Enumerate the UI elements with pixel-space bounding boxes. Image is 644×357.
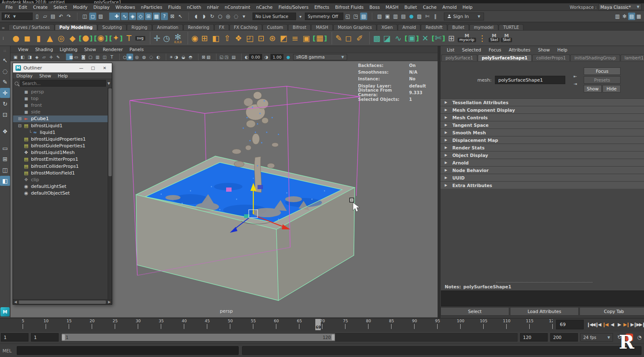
menubar-item[interactable]: Display <box>90 5 113 10</box>
statusline-icon[interactable]: ▨ <box>416 13 423 20</box>
outliner-item[interactable]: ❖ bifrostLiquid1Mesh <box>13 149 112 156</box>
statusline-icon[interactable]: ▧ <box>372 13 383 20</box>
chevron-down-icon[interactable]: ▾ <box>297 13 304 20</box>
symmetry-field[interactable]: Symmetry: Off <box>305 13 343 20</box>
toolbox-tool[interactable]: ⊡ <box>0 110 10 120</box>
ae-tab[interactable]: polySurfaceShape1 <box>478 54 532 61</box>
viewport-toolbar-icon[interactable]: T <box>108 54 115 60</box>
viewport-menu-item[interactable]: View <box>15 47 32 52</box>
shelf-tab[interactable]: Rendering <box>183 24 214 30</box>
viewport-toolbar-icon[interactable]: ▱ <box>41 54 47 60</box>
toolbox-tool[interactable]: ❖ <box>0 126 10 136</box>
menubar-item[interactable]: Help <box>460 5 476 10</box>
shelf-button[interactable]: ◼ <box>22 32 32 44</box>
shelf-button[interactable]: ● <box>11 32 21 44</box>
toolbox-tool[interactable]: ⊞ <box>0 154 10 164</box>
show-output-icon[interactable]: ⇥ <box>572 81 579 86</box>
hide-button[interactable]: Hide <box>603 85 621 92</box>
live-surface-field[interactable]: No Live Surface <box>252 13 296 20</box>
shelf-tab[interactable]: Animation <box>152 24 183 30</box>
outliner-hscrollbar[interactable]: ◀ ▶ <box>13 299 112 304</box>
notes-divider[interactable] <box>496 282 592 283</box>
statusline-icon[interactable]: ◗ <box>201 13 208 20</box>
shelf-tab[interactable]: Poly Modeling <box>55 24 98 30</box>
statusline-icon[interactable]: ◈ <box>129 13 136 20</box>
shelf-button[interactable]: ❖ <box>234 32 244 44</box>
scrollbar-thumb[interactable] <box>108 88 112 176</box>
ae-menu-item[interactable]: Show <box>534 47 554 52</box>
outliner-item[interactable]: ◉ defaultObjectSet <box>13 190 112 197</box>
outliner-item[interactable]: ▤ bifrostGuideProperties1 <box>13 143 112 149</box>
shelf-button[interactable]: ⋮ <box>477 32 487 44</box>
shelf-tab[interactable]: FX <box>214 24 229 30</box>
outliner-menu-item[interactable]: Display <box>13 73 36 78</box>
ae-section-header[interactable]: ▶ Tangent Space <box>440 121 644 128</box>
timeline-playhead[interactable]: 69 <box>315 319 321 330</box>
ae-section-header[interactable]: ▶ Displacement Map <box>440 136 644 144</box>
ae-tab[interactable]: initialShadingGroup <box>570 54 620 61</box>
viewport-toolbar-icon[interactable]: ▭ <box>73 54 80 60</box>
playback-button[interactable]: ▶❙ <box>623 320 630 329</box>
outliner-titlebar[interactable]: M Outliner — □ ✕ <box>13 63 112 72</box>
toolbox-tool[interactable]: ↖ <box>0 55 10 65</box>
viewport-menu-item[interactable]: Panels <box>126 47 147 52</box>
notes-textarea[interactable] <box>441 290 644 306</box>
viewport-toolbar-icon[interactable]: ⊠ <box>198 54 205 60</box>
ae-menu-item[interactable]: Help <box>554 47 571 52</box>
expander-icon[interactable]: ⊞ <box>18 116 23 121</box>
viewport-menu-item[interactable]: Show <box>81 47 99 52</box>
animation-end-field[interactable]: 200 <box>550 333 578 342</box>
ae-tab[interactable]: polySurface1 <box>441 54 477 61</box>
shelf-button[interactable]: ≡ <box>290 32 300 44</box>
shelf-button[interactable]: ◰ <box>245 32 255 44</box>
viewport-toolbar-icon[interactable]: ◳ <box>223 54 230 60</box>
viewport-toolbar-icon[interactable]: ◱ <box>216 54 223 60</box>
outliner-item[interactable]: ◉ defaultLightSet <box>13 183 112 190</box>
viewport-toolbar-icon[interactable]: ◧ <box>19 54 26 60</box>
shelf-tab[interactable]: XGen <box>377 24 397 30</box>
viewport-toolbar-icon[interactable]: ✎ <box>55 54 62 60</box>
menubar-item[interactable]: nCloth <box>184 5 204 10</box>
ae-tab[interactable]: lambert1 <box>621 54 644 61</box>
shelf-button[interactable]: M Skel <box>489 32 500 44</box>
toolbox-tool[interactable]: ◫ <box>0 165 10 175</box>
search-input[interactable] <box>20 80 106 87</box>
animation-start-field[interactable]: 1 <box>1 333 28 342</box>
outliner-item[interactable]: ▤ bifrostEmitterProps1 <box>13 156 112 163</box>
viewport-toolbar-icon[interactable]: ▥ <box>94 54 101 60</box>
menubar-item[interactable]: Effects <box>312 5 332 10</box>
playback-button[interactable]: ❙◀◀ <box>587 320 594 329</box>
statusline-icon[interactable]: ↻ <box>209 13 216 20</box>
shelf-handle[interactable]: ⁞ <box>3 36 4 41</box>
shelf-button[interactable]: svg <box>135 32 145 44</box>
ae-section-header[interactable]: ▶ Mesh Controls <box>440 114 644 121</box>
outliner-item[interactable]: ◼ side <box>13 109 112 116</box>
statusline-icon[interactable]: ▱ <box>41 13 49 20</box>
sidebar-toggle-icon[interactable]: ▥ <box>614 13 621 20</box>
menubar-item[interactable]: MASH <box>383 5 402 10</box>
shelf-button[interactable]: T <box>124 32 134 44</box>
menubar-item[interactable]: Boss <box>366 5 383 10</box>
shelf-button[interactable]: ◩ <box>279 32 289 44</box>
shelf-tab[interactable]: Redshift <box>421 24 447 30</box>
viewport-toolbar-icon[interactable]: ◐ <box>241 54 248 60</box>
statusline-icon[interactable]: ◱ <box>344 13 351 20</box>
animation-preferences-icon[interactable]: ◔ <box>636 334 643 341</box>
shelf-menu-handle[interactable]: ≡ <box>2 26 5 30</box>
statusline-icon[interactable]: ? <box>161 13 168 20</box>
outliner-item[interactable]: ▤ bifrostMotionField1 <box>13 170 112 176</box>
viewport-toolbar-icon[interactable]: ◌ <box>148 54 155 60</box>
shelf-tab[interactable]: Custom <box>263 24 288 30</box>
shelf-button[interactable]: ◆ <box>67 32 77 44</box>
viewport-toolbar-icon[interactable]: ▦ <box>66 54 72 60</box>
menubar-item[interactable]: Bifrost Fluids <box>332 5 366 10</box>
menubar-item[interactable]: Fluids <box>165 5 184 10</box>
viewport-toolbar-icon[interactable]: ▢ <box>87 54 94 60</box>
menubar-item[interactable]: nConstraint <box>222 5 253 10</box>
current-frame-field[interactable]: 69 <box>556 320 584 329</box>
statusline-icon[interactable]: ↖ <box>177 13 184 20</box>
shelf-button[interactable]: ▣ <box>404 32 419 44</box>
show-button[interactable]: Show <box>584 85 602 92</box>
viewport-toolbar-icon[interactable]: ▧ <box>205 54 212 60</box>
statusline-icon[interactable]: ▤ <box>400 13 407 20</box>
